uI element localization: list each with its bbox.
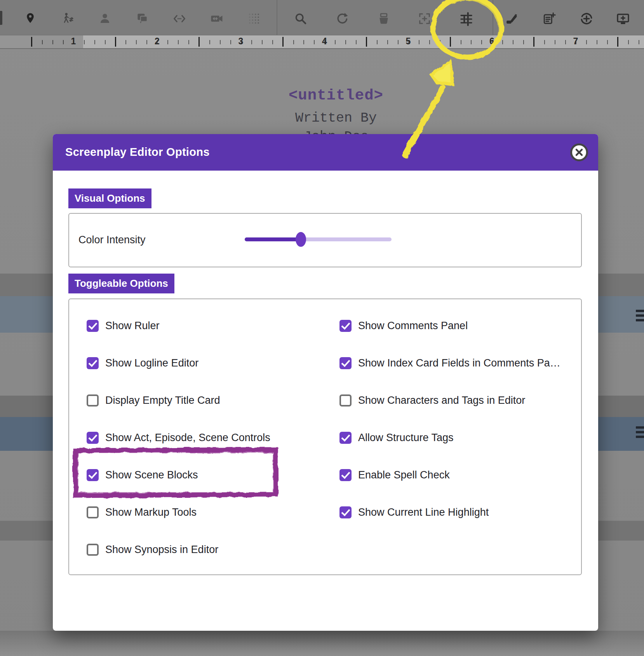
- color-intensity-slider[interactable]: [245, 237, 392, 241]
- script-byline: Written By: [0, 110, 644, 126]
- toggle-option-row: Show Act, Episode, Scene Controls: [87, 419, 343, 456]
- person-icon[interactable]: [97, 11, 113, 26]
- toggle-option-row: Show Comments Panel: [339, 307, 596, 344]
- location-pin-icon[interactable]: [23, 11, 38, 26]
- option-checkbox[interactable]: [87, 432, 99, 444]
- close-icon[interactable]: [570, 143, 588, 161]
- option-checkbox[interactable]: [87, 394, 99, 407]
- ruler-number: 7: [570, 36, 581, 47]
- partial-icon: [0, 11, 2, 25]
- dialog-title: Screenplay Editor Options: [65, 146, 210, 159]
- toggle-option-row: Show Logline Editor: [87, 344, 343, 382]
- add-to-screen-icon[interactable]: [615, 11, 631, 26]
- visual-options-box: Color Intensity: [68, 213, 582, 267]
- insert-break-icon[interactable]: [417, 11, 432, 26]
- backdrop-bottom: [0, 631, 644, 656]
- option-checkbox[interactable]: [339, 432, 352, 444]
- toolbar-divider: [493, 0, 493, 35]
- option-checkbox[interactable]: [87, 506, 99, 518]
- option-label: Display Empty Title Card: [105, 394, 220, 407]
- trash-basket-icon[interactable]: [376, 11, 392, 26]
- visual-options-heading: Visual Options: [68, 188, 151, 208]
- toggle-option-row: Show Markup Tools: [87, 494, 343, 531]
- option-label: Enable Spell Check: [358, 469, 450, 481]
- video-camera-icon[interactable]: [209, 11, 225, 26]
- option-label: Show Current Line Highlight: [358, 506, 489, 518]
- signature-icon[interactable]: [504, 11, 519, 26]
- option-label: Show Synopsis in Editor: [105, 544, 218, 556]
- option-label: Show Scene Blocks: [105, 469, 198, 481]
- toggle-option-row: Show Scene Blocks: [87, 456, 343, 494]
- redo-icon[interactable]: [334, 11, 350, 26]
- page-ruler: 1 2 3 4 5 6 7: [0, 35, 644, 49]
- option-checkbox[interactable]: [339, 357, 352, 369]
- slider-thumb[interactable]: [296, 232, 306, 247]
- walking-character-icon[interactable]: [60, 11, 75, 26]
- option-checkbox[interactable]: [339, 394, 352, 407]
- editor-options-sliders-icon[interactable]: [458, 11, 474, 26]
- option-label: Allow Structure Tags: [358, 432, 454, 444]
- toggleable-options-heading: Toggleable Options: [68, 274, 174, 293]
- option-label: Show Comments Panel: [358, 320, 468, 332]
- note-add-icon[interactable]: [541, 11, 557, 26]
- toggle-option-row: Show Ruler: [87, 307, 343, 344]
- option-label: Show Act, Episode, Scene Controls: [105, 432, 270, 444]
- dialog-header: Screenplay Editor Options: [53, 134, 598, 171]
- slider-fill: [245, 237, 301, 241]
- ruler-number: 1: [68, 36, 79, 47]
- ruler-number: 4: [319, 36, 331, 47]
- toolbar-divider: [277, 0, 277, 35]
- option-checkbox[interactable]: [87, 469, 99, 481]
- option-checkbox[interactable]: [339, 506, 352, 518]
- option-label: Show Markup Tools: [105, 506, 197, 518]
- ruler-number: 2: [151, 36, 163, 47]
- screenplay-editor-options-dialog: Screenplay Editor Options Visual Options…: [53, 134, 598, 631]
- ruler-number: 5: [402, 36, 414, 47]
- option-label: Show Index Card Fields in Comments Pa…: [358, 357, 560, 369]
- toggle-option-row: Allow Structure Tags: [339, 419, 596, 456]
- toggleable-options-box: Show Ruler Show Logline Editor Display E…: [68, 298, 582, 575]
- search-icon[interactable]: [293, 11, 308, 26]
- scene-drag-handle-icon: [636, 310, 644, 324]
- option-checkbox[interactable]: [339, 320, 352, 332]
- options-column-left: Show Ruler Show Logline Editor Display E…: [87, 307, 343, 568]
- ruler-major-ticks: [31, 37, 644, 47]
- screenplay-editor-app: 1 2 3 4 5 6 7 <untitled> Written By John…: [0, 0, 644, 656]
- option-checkbox[interactable]: [339, 469, 352, 481]
- code-brackets-icon[interactable]: [172, 11, 187, 26]
- toggle-option-row: Show Synopsis in Editor: [87, 531, 343, 568]
- option-label: Show Logline Editor: [105, 357, 198, 369]
- option-label: Show Characters and Tags in Editor: [358, 394, 525, 407]
- options-column-right: Show Comments Panel Show Index Card Fiel…: [339, 307, 596, 531]
- option-label: Show Ruler: [105, 320, 160, 332]
- dialog-body: Visual Options Color Intensity Toggleabl…: [68, 171, 583, 631]
- ruler-number: 6: [486, 36, 498, 47]
- option-checkbox[interactable]: [87, 544, 99, 556]
- color-intensity-label: Color Intensity: [78, 234, 146, 246]
- grid-dots-icon[interactable]: [246, 11, 262, 26]
- toggle-option-row: Show Characters and Tags in Editor: [339, 382, 596, 419]
- toggle-option-row: Show Index Card Fields in Comments Pa…: [339, 344, 596, 382]
- toggle-option-row: Display Empty Title Card: [87, 382, 343, 419]
- toggle-option-row: Enable Spell Check: [339, 456, 596, 494]
- toggle-option-row: Show Current Line Highlight: [339, 494, 596, 531]
- editor-toolbar: [0, 0, 644, 35]
- option-checkbox[interactable]: [87, 357, 99, 369]
- ruler-number: 3: [235, 36, 247, 47]
- option-checkbox[interactable]: [87, 320, 99, 332]
- add-circle-icon[interactable]: [579, 11, 594, 26]
- script-title: <untitled>: [0, 87, 644, 104]
- comments-icon[interactable]: [134, 11, 150, 26]
- scene-drag-handle-icon: [636, 426, 644, 440]
